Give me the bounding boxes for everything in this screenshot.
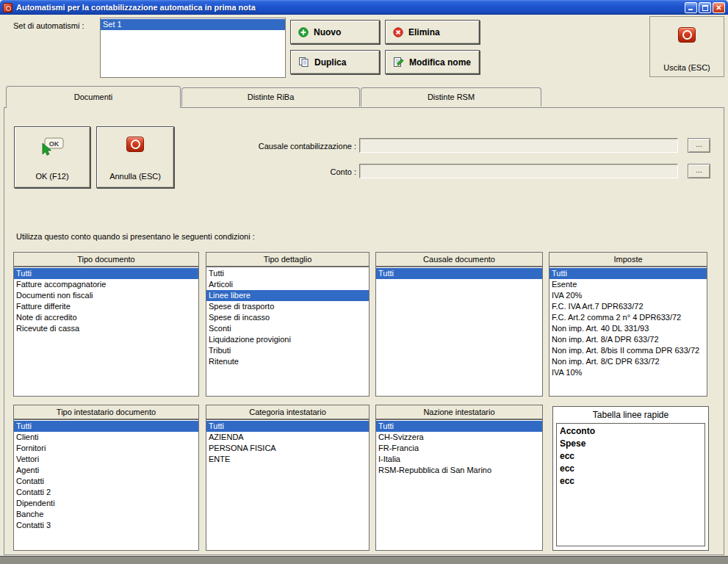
imposte-item[interactable]: IVA 10% — [549, 367, 707, 378]
group-header-categoria-intestatario: Categoria intestatario — [206, 405, 370, 419]
tipo-intestatario-item[interactable]: Contatti 3 — [14, 520, 198, 531]
nuovo-button[interactable]: Nuovo — [290, 20, 380, 44]
ok-label: OK (F12) — [35, 172, 68, 181]
set-di-automatismi-label: Set di automatismi : — [13, 21, 84, 30]
tabella-item[interactable]: ecc — [557, 463, 704, 475]
set-list-item[interactable]: Set 1 — [101, 19, 285, 30]
set-listbox[interactable]: Set 1 — [100, 18, 286, 78]
list-tipo-documento[interactable]: TuttiFatture accompagnatorieDocumenti no… — [13, 267, 199, 397]
list-categoria-intestatario[interactable]: TuttiAZIENDAPERSONA FISICAENTE — [206, 419, 370, 551]
list-imposte[interactable]: TuttiEsenteIVA 20%F.C. IVA Art.7 DPR633/… — [549, 267, 707, 397]
tipo-intestatario-item[interactable]: Vettori — [14, 454, 198, 465]
app-icon — [3, 3, 12, 12]
group-header-tipo-intestatario: Tipo intestatario documento — [13, 405, 199, 419]
imposte-item[interactable]: Non imp. Art. 8/bis II comma DPR 633/72 — [549, 345, 707, 356]
causale-input[interactable] — [359, 138, 678, 153]
tipo-dettaglio-item[interactable]: Ritenute — [206, 356, 369, 367]
tipo-dettaglio-item[interactable]: Spese di trasporto — [206, 301, 369, 312]
close-icon: ✕ — [713, 4, 724, 12]
tipo-intestatario-item[interactable]: Contatti 2 — [14, 487, 198, 498]
tab-documenti[interactable]: Documenti — [6, 86, 181, 108]
tabella-linee-rapide-list[interactable]: AccontoSpeseecceccecc — [556, 423, 705, 546]
modifica-nome-button[interactable]: Modifica nome — [385, 50, 480, 74]
tipo-intestatario-item[interactable]: Contatti — [14, 476, 198, 487]
list-tipo-intestatario[interactable]: TuttiClientiFornitoriVettoriAgentiContat… — [13, 419, 199, 551]
tipo-dettaglio-item[interactable]: Tutti — [206, 268, 369, 279]
group-header-causale-documento: Causale documento — [375, 252, 543, 267]
tipo-intestatario-item[interactable]: Dipendenti — [14, 498, 198, 509]
tipo-dettaglio-item[interactable]: Liquidazione provigioni — [206, 334, 369, 345]
tipo-intestatario-item[interactable]: Banche — [14, 509, 198, 520]
tabella-item[interactable]: ecc — [557, 450, 704, 463]
conditions-text: Utilizza questo conto quando si presenta… — [16, 232, 255, 241]
tabella-item[interactable]: Acconto — [557, 425, 704, 438]
causale-browse-button[interactable]: ... — [688, 138, 710, 153]
tipo-documento-item[interactable]: Ricevute di cassa — [14, 323, 198, 334]
tipo-intestatario-item[interactable]: Clienti — [14, 432, 198, 443]
minimize-icon — [688, 9, 693, 10]
ok-button[interactable]: OK OK (F12) — [14, 126, 90, 188]
nazione-intestatario-item[interactable]: RSM-Repubblica di San Marino — [376, 465, 542, 476]
group-header-tipo-dettaglio: Tipo dettaglio — [206, 252, 370, 267]
imposte-item[interactable]: Non imp. Art. 40 DL 331/93 — [549, 323, 707, 334]
tipo-documento-item[interactable]: Documenti non fiscali — [14, 290, 198, 301]
tipo-documento-item[interactable]: Tutti — [14, 268, 198, 279]
duplica-button[interactable]: Duplica — [290, 50, 380, 74]
imposte-item[interactable]: F.C. IVA Art.7 DPR633/72 — [549, 301, 707, 312]
power-icon — [126, 137, 144, 152]
nazione-intestatario-item[interactable]: I-Italia — [376, 454, 542, 465]
tipo-dettaglio-item[interactable]: Linee libere — [206, 290, 369, 301]
conto-browse-button[interactable]: ... — [688, 164, 710, 178]
imposte-item[interactable]: Non imp. Art. 8/C DPR 633/72 — [549, 356, 707, 367]
imposte-item[interactable]: Esente — [549, 279, 707, 290]
tabella-item[interactable]: Spese — [557, 438, 704, 450]
annulla-button[interactable]: Annulla (ESC) — [96, 126, 174, 188]
categoria-intestatario-item[interactable]: ENTE — [206, 454, 369, 465]
tipo-intestatario-item[interactable]: Fornitori — [14, 443, 198, 454]
tipo-dettaglio-item[interactable]: Spese di incasso — [206, 312, 369, 323]
tipo-documento-item[interactable]: Note di accredito — [14, 312, 198, 323]
causale-documento-item[interactable]: Tutti — [376, 268, 542, 279]
tipo-documento-item[interactable]: Fatture accompagnatorie — [14, 279, 198, 290]
categoria-intestatario-item[interactable]: Tutti — [206, 421, 369, 432]
window-bottom-edge — [0, 556, 728, 564]
imposte-item[interactable]: Non imp. Art. 8/A DPR 633/72 — [549, 334, 707, 345]
tipo-intestatario-item[interactable]: Tutti — [14, 421, 198, 432]
list-causale-documento[interactable]: Tutti — [375, 267, 543, 397]
app-window: { "window": { "title": "Automatismi per … — [0, 0, 728, 564]
nazione-intestatario-item[interactable]: Tutti — [376, 421, 542, 432]
imposte-item[interactable]: F.C. Art.2 comma 2 n° 4 DPR633/72 — [549, 312, 707, 323]
close-button[interactable]: ✕ — [713, 2, 725, 13]
titlebar: Automatismi per la contabilizzazione aut… — [0, 0, 728, 15]
categoria-intestatario-item[interactable]: PERSONA FISICA — [206, 443, 369, 454]
conto-label: Conto : — [191, 167, 356, 176]
delete-icon — [393, 27, 403, 37]
list-tipo-dettaglio[interactable]: TuttiArticoliLinee libereSpese di traspo… — [206, 267, 370, 397]
tipo-documento-item[interactable]: Fatture differite — [14, 301, 198, 312]
tipo-intestatario-item[interactable]: Agenti — [14, 465, 198, 476]
duplica-label: Duplica — [314, 57, 346, 68]
conto-input[interactable] — [359, 164, 678, 178]
list-nazione-intestatario[interactable]: TuttiCH-SvizzeraFR-FranciaI-ItaliaRSM-Re… — [375, 419, 543, 551]
group-header-nazione-intestatario: Nazione intestatario — [375, 405, 543, 419]
tipo-dettaglio-item[interactable]: Tributi — [206, 345, 369, 356]
imposte-item[interactable]: IVA 20% — [549, 290, 707, 301]
tab-distinte-riba[interactable]: Distinte RiBa — [181, 87, 360, 106]
tab-distinte-rsm[interactable]: Distinte RSM — [361, 87, 541, 106]
minimize-button[interactable] — [685, 2, 697, 13]
window-controls: ✕ — [683, 2, 725, 13]
annulla-label: Annulla (ESC) — [109, 172, 161, 181]
window-title: Automatismi per la contabilizzazione aut… — [16, 3, 683, 12]
nazione-intestatario-item[interactable]: CH-Svizzera — [376, 432, 542, 443]
uscita-button[interactable]: Uscita (ESC) — [649, 16, 724, 77]
categoria-intestatario-item[interactable]: AZIENDA — [206, 432, 369, 443]
imposte-item[interactable]: Tutti — [549, 268, 707, 279]
tipo-dettaglio-item[interactable]: Articoli — [206, 279, 369, 290]
tipo-dettaglio-item[interactable]: Sconti — [206, 323, 369, 334]
causale-label: Causale contabilizzazione : — [191, 142, 356, 151]
uscita-label: Uscita (ESC) — [663, 63, 710, 72]
elimina-button[interactable]: Elimina — [385, 20, 480, 44]
tabella-item[interactable]: ecc — [557, 475, 704, 488]
nazione-intestatario-item[interactable]: FR-Francia — [376, 443, 542, 454]
maximize-button[interactable] — [699, 2, 711, 13]
